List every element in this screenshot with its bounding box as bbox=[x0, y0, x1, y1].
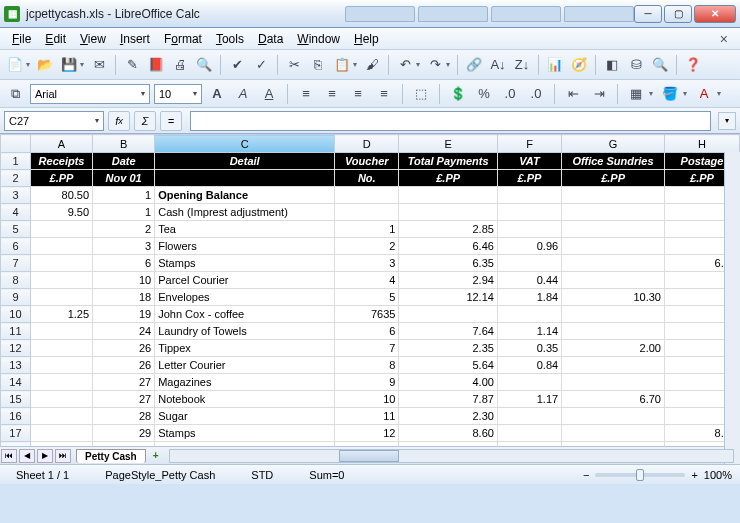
cell[interactable]: 0.35 bbox=[497, 340, 561, 357]
cell[interactable]: 2.00 bbox=[562, 340, 665, 357]
cell[interactable]: 1.14 bbox=[497, 323, 561, 340]
cell[interactable] bbox=[30, 238, 92, 255]
bg-tab[interactable] bbox=[345, 6, 415, 22]
cell[interactable] bbox=[562, 408, 665, 425]
tab-prev-icon[interactable]: ◀ bbox=[19, 449, 35, 463]
font-size-combo[interactable]: 10▾ bbox=[154, 84, 202, 104]
cell[interactable]: 2 bbox=[93, 221, 155, 238]
cell[interactable] bbox=[562, 255, 665, 272]
dec-add-icon[interactable]: .0 bbox=[499, 83, 521, 105]
col-header[interactable]: A bbox=[30, 135, 92, 153]
expand-formula-icon[interactable]: ▾ bbox=[718, 112, 736, 130]
cell[interactable] bbox=[497, 306, 561, 323]
menu-data[interactable]: Data bbox=[252, 30, 289, 48]
cell[interactable] bbox=[30, 289, 92, 306]
cell[interactable] bbox=[562, 204, 665, 221]
vertical-scrollbar[interactable] bbox=[724, 152, 740, 464]
name-box[interactable]: C27▾ bbox=[4, 111, 104, 131]
cell[interactable]: 6.70 bbox=[562, 391, 665, 408]
header-cell[interactable]: Detail bbox=[155, 153, 335, 170]
cell[interactable]: 27 bbox=[93, 391, 155, 408]
spell-icon[interactable]: ✔ bbox=[226, 54, 248, 76]
cell[interactable]: Stamps bbox=[155, 255, 335, 272]
align-center-icon[interactable]: ≡ bbox=[321, 83, 343, 105]
menu-file[interactable]: File bbox=[6, 30, 37, 48]
header-cell[interactable]: Nov 01 bbox=[93, 170, 155, 187]
new-icon[interactable]: 📄 bbox=[4, 54, 26, 76]
tab-first-icon[interactable]: ⏮ bbox=[1, 449, 17, 463]
cell[interactable]: 24 bbox=[93, 323, 155, 340]
cell[interactable]: 8 bbox=[335, 357, 399, 374]
menu-edit[interactable]: Edit bbox=[39, 30, 72, 48]
copy-icon[interactable]: ⎘ bbox=[307, 54, 329, 76]
cell[interactable] bbox=[30, 425, 92, 442]
cell[interactable]: Parcel Courier bbox=[155, 272, 335, 289]
cell[interactable]: 2 bbox=[335, 238, 399, 255]
doc-close-icon[interactable]: × bbox=[714, 31, 734, 47]
header-cell[interactable]: £.PP bbox=[562, 170, 665, 187]
cell[interactable]: 11 bbox=[335, 408, 399, 425]
undo-icon[interactable]: ↶ bbox=[394, 54, 416, 76]
preview-icon[interactable]: 🔍 bbox=[193, 54, 215, 76]
align-left-icon[interactable]: ≡ bbox=[295, 83, 317, 105]
cell[interactable]: Tea bbox=[155, 221, 335, 238]
sum-icon[interactable]: Σ bbox=[134, 111, 156, 131]
header-cell[interactable]: VAT bbox=[497, 153, 561, 170]
align-right-icon[interactable]: ≡ bbox=[347, 83, 369, 105]
underline-icon[interactable]: A bbox=[258, 83, 280, 105]
cell[interactable]: Sugar bbox=[155, 408, 335, 425]
cell[interactable]: 28 bbox=[93, 408, 155, 425]
cell-grid[interactable]: ABCDEFGH1ReceiptsDateDetailVoucherTotal … bbox=[0, 134, 740, 446]
status-mode[interactable]: STD bbox=[243, 469, 281, 481]
cell[interactable]: 1 bbox=[335, 221, 399, 238]
font-name-combo[interactable]: Arial▾ bbox=[30, 84, 150, 104]
add-sheet-icon[interactable]: + bbox=[149, 449, 163, 463]
row-header[interactable]: 1 bbox=[1, 153, 31, 170]
help-icon[interactable]: ❓ bbox=[682, 54, 704, 76]
maximize-button[interactable]: ▢ bbox=[664, 5, 692, 23]
cell[interactable]: 0.44 bbox=[497, 272, 561, 289]
currency-icon[interactable]: 💲 bbox=[447, 83, 469, 105]
gallery-icon[interactable]: ◧ bbox=[601, 54, 623, 76]
cell[interactable]: 26 bbox=[93, 357, 155, 374]
row-header[interactable]: 2 bbox=[1, 170, 31, 187]
header-cell[interactable]: Date bbox=[93, 153, 155, 170]
cell[interactable] bbox=[562, 323, 665, 340]
cell[interactable] bbox=[497, 408, 561, 425]
cell[interactable]: 27 bbox=[93, 374, 155, 391]
cell[interactable]: 6 bbox=[335, 323, 399, 340]
cell[interactable]: 2.30 bbox=[399, 408, 498, 425]
cell[interactable] bbox=[335, 204, 399, 221]
cell[interactable]: 12 bbox=[335, 425, 399, 442]
cell[interactable]: Letter Courier bbox=[155, 357, 335, 374]
zoom-slider[interactable] bbox=[595, 473, 685, 477]
cell[interactable]: 10 bbox=[93, 272, 155, 289]
cell[interactable]: Opening Balance bbox=[155, 187, 335, 204]
row-header[interactable]: 9 bbox=[1, 289, 31, 306]
row-header[interactable]: 15 bbox=[1, 391, 31, 408]
redo-icon[interactable]: ↷ bbox=[424, 54, 446, 76]
cell[interactable] bbox=[30, 323, 92, 340]
cell[interactable]: Laundry of Towels bbox=[155, 323, 335, 340]
open-icon[interactable]: 📂 bbox=[34, 54, 56, 76]
autospell-icon[interactable]: ✓ bbox=[250, 54, 272, 76]
row-header[interactable]: 8 bbox=[1, 272, 31, 289]
header-cell[interactable]: No. bbox=[335, 170, 399, 187]
bg-tab[interactable] bbox=[418, 6, 488, 22]
merge-icon[interactable]: ⬚ bbox=[410, 83, 432, 105]
header-cell[interactable]: Receipts bbox=[30, 153, 92, 170]
cell[interactable]: Notebook bbox=[155, 391, 335, 408]
zoom-out-icon[interactable]: − bbox=[583, 469, 589, 481]
cell[interactable]: 29 bbox=[93, 425, 155, 442]
cell[interactable] bbox=[562, 306, 665, 323]
cell[interactable]: 1.25 bbox=[30, 306, 92, 323]
styles-icon[interactable]: ⧉ bbox=[4, 83, 26, 105]
row-header[interactable]: 16 bbox=[1, 408, 31, 425]
cell[interactable]: 1.84 bbox=[497, 289, 561, 306]
percent-icon[interactable]: % bbox=[473, 83, 495, 105]
cut-icon[interactable]: ✂ bbox=[283, 54, 305, 76]
sort-asc-icon[interactable]: A↓ bbox=[487, 54, 509, 76]
edit-icon[interactable]: ✎ bbox=[121, 54, 143, 76]
status-sum[interactable]: Sum=0 bbox=[301, 469, 352, 481]
menu-insert[interactable]: Insert bbox=[114, 30, 156, 48]
